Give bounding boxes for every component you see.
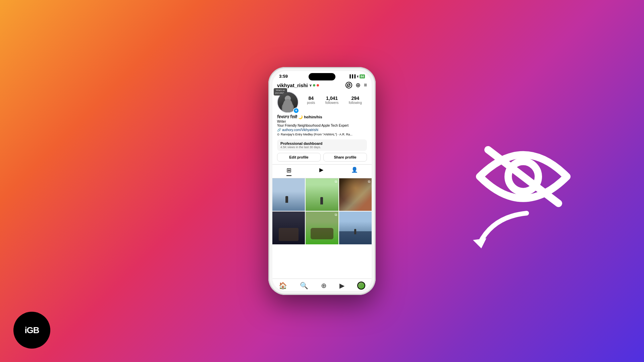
grid-photo-5: [306, 212, 338, 244]
reel-icon-5: ⧉: [335, 213, 337, 217]
grid-photo-4: [272, 212, 305, 244]
edit-profile-button[interactable]: Edit profile: [277, 153, 321, 162]
followers-label: followers: [325, 101, 338, 105]
header-icons: Ø ⊕ ≡: [345, 81, 367, 89]
grid-item-2[interactable]: ⧉: [306, 178, 338, 211]
music-row[interactable]: ⊙ Ranvijay's Entry Medley (From "ANIMAL"…: [277, 133, 367, 136]
bio-title: Writer: [277, 120, 367, 123]
menu-icon[interactable]: ≡: [364, 82, 367, 88]
svg-marker-2: [473, 238, 486, 248]
followers-stat[interactable]: 1,041 followers: [325, 96, 338, 105]
nav-add-icon[interactable]: ⊕: [321, 282, 327, 290]
nav-home-icon[interactable]: 🏠: [279, 282, 287, 290]
status-icons: ▐▐▐ 𝛕 84: [348, 74, 365, 78]
tab-grid-icon[interactable]: ⊞: [286, 167, 291, 176]
professional-dashboard[interactable]: Professional dashboard 4.5K views in the…: [277, 139, 367, 151]
status-dot-red: [317, 84, 319, 86]
photo-grid: ⧉ ⧉ ⧉: [272, 178, 372, 244]
username-text: vikhyat_rishi: [277, 82, 308, 88]
reel-icon-3: ⧉: [368, 180, 370, 184]
music-icon: ⊙: [277, 133, 280, 136]
threads-icon[interactable]: Ø: [345, 82, 352, 88]
phone-frame: 3:59 ▐▐▐ 𝛕 84 vikhyat_rishi ∨ Ø ⊕ ≡: [268, 67, 376, 295]
bio-section: ਵਿਖਯਾਤ ਰਿਸ਼ੀ 🌙 he/him/his Writer Your Fr…: [272, 115, 372, 138]
grid-item-4[interactable]: [272, 212, 305, 244]
nav-search-icon[interactable]: 🔍: [300, 282, 308, 290]
following-stat[interactable]: 294 following: [349, 96, 362, 105]
grid-photo-3: [339, 178, 372, 211]
add-to-story-button[interactable]: +: [293, 108, 299, 114]
status-time: 3:59: [279, 74, 288, 79]
link-icon: 🔗: [277, 128, 281, 132]
posts-label: posts: [307, 101, 315, 105]
grid-item-6[interactable]: [339, 212, 372, 244]
avatar-container: What's on your playli... +: [277, 92, 299, 113]
status-bar: 3:59 ▐▐▐ 𝛕 84: [272, 71, 372, 79]
add-post-icon[interactable]: ⊕: [356, 81, 361, 89]
display-name: ਵਿਖਯਾਤ ਰਿਸ਼ੀ 🌙 he/him/his: [277, 115, 367, 119]
content-tabs: ⊞ ▶ 👤: [272, 164, 372, 178]
tab-reels-icon[interactable]: ▶: [319, 167, 323, 176]
action-buttons: Edit profile Share profile: [272, 153, 372, 164]
posts-stat[interactable]: 84 posts: [307, 96, 315, 105]
wifi-icon: 𝛕: [357, 74, 358, 78]
status-dot-green: [313, 84, 315, 86]
reel-icon-2: ⧉: [335, 180, 337, 184]
dashboard-title: Professional dashboard: [280, 141, 364, 145]
nav-profile-icon[interactable]: [357, 282, 365, 290]
posts-count: 84: [307, 96, 315, 101]
following-label: following: [349, 101, 362, 105]
bio-link[interactable]: 🔗 authory.com/Vikhyatrishi: [277, 128, 367, 132]
profile-section: What's on your playli... + 84 posts 1,04…: [272, 90, 372, 115]
music-text: Ranvijay's Entry Medley (From "ANIMAL") …: [281, 133, 353, 136]
bio-description: Your Friendly Neighbourhood Apple Tech E…: [277, 124, 367, 127]
link-text: authory.com/Vikhyatrishi: [282, 128, 318, 132]
battery-icon: 84: [360, 74, 365, 78]
signal-icon: ▐▐▐: [348, 74, 356, 78]
bottom-navigation: 🏠 🔍 ⊕ ▶: [272, 279, 372, 291]
ig-header: vikhyat_rishi ∨ Ø ⊕ ≡: [272, 79, 372, 90]
dashboard-subtitle: 4.5K views in the last 30 days.: [280, 145, 364, 149]
username-section[interactable]: vikhyat_rishi ∨: [277, 82, 319, 88]
followers-count: 1,041: [325, 96, 338, 101]
dynamic-island: [309, 73, 335, 80]
phone-screen: 3:59 ▐▐▐ 𝛕 84 vikhyat_rishi ∨ Ø ⊕ ≡: [272, 71, 372, 291]
share-profile-button[interactable]: Share profile: [323, 153, 367, 162]
grid-photo-6: [339, 212, 372, 244]
grid-item-3[interactable]: ⧉: [339, 178, 372, 211]
grid-item-5[interactable]: ⧉: [306, 212, 338, 244]
igb-logo: iGB: [13, 312, 50, 349]
chevron-down-icon: ∨: [309, 83, 312, 87]
eye-slash-icon: [470, 140, 577, 215]
following-count: 294: [349, 96, 362, 101]
arrow-icon: [466, 210, 533, 251]
grid-photo-1: [272, 178, 305, 211]
nav-reels-icon[interactable]: ▶: [339, 282, 344, 290]
grid-photo-2: [306, 178, 338, 211]
tab-tagged-icon[interactable]: 👤: [351, 167, 358, 176]
grid-item-1[interactable]: [272, 178, 305, 211]
stats-row: 84 posts 1,041 followers 294 following: [302, 92, 367, 105]
